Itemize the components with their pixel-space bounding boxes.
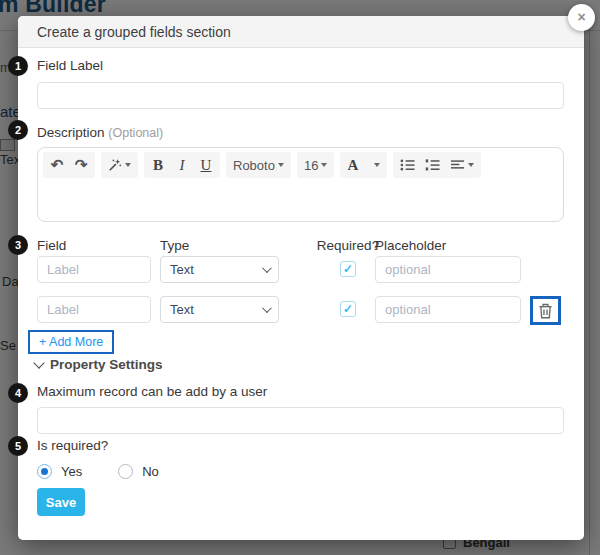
bold-icon[interactable]: B: [146, 153, 170, 177]
field-label-input-row1[interactable]: [37, 256, 151, 283]
step-badge-4: 4: [8, 383, 28, 403]
required-checkbox-row2[interactable]: ✓: [340, 301, 356, 317]
undo-icon[interactable]: ↶: [45, 153, 69, 177]
create-grouped-fields-modal: Create a grouped fields section × 1 2 3 …: [18, 16, 584, 540]
align-dropdown[interactable]: [445, 153, 479, 177]
max-record-input[interactable]: [37, 407, 564, 434]
trash-icon: [538, 303, 553, 319]
field-label-input[interactable]: [37, 82, 564, 109]
required-checkbox-row1[interactable]: ✓: [340, 261, 356, 277]
column-header-field: Field: [37, 238, 66, 253]
step-badge-2: 2: [8, 120, 28, 140]
is-required-label: Is required?: [37, 438, 108, 453]
field-label-input-row2[interactable]: [37, 296, 151, 323]
modal-header: Create a grouped fields section: [18, 16, 584, 48]
column-header-placeholder: Placeholder: [375, 238, 446, 253]
italic-icon[interactable]: I: [170, 153, 194, 177]
unordered-list-icon[interactable]: [395, 153, 420, 177]
magic-wand-icon[interactable]: [103, 153, 136, 177]
modal-title: Create a grouped fields section: [37, 24, 231, 40]
type-select-value: Text: [170, 302, 194, 317]
delete-row-button[interactable]: [530, 296, 561, 325]
chevron-down-icon: [33, 357, 44, 368]
underline-icon[interactable]: U: [194, 153, 218, 177]
step-badge-3: 3: [8, 235, 28, 255]
add-more-button[interactable]: + Add More: [28, 330, 114, 354]
ordered-list-icon[interactable]: [420, 153, 445, 177]
description-label: Description (Optional): [37, 125, 163, 140]
font-family-dropdown[interactable]: Roboto: [228, 153, 289, 177]
radio-option-no[interactable]: No: [118, 464, 159, 479]
column-header-type: Type: [160, 238, 189, 253]
save-button[interactable]: Save: [37, 488, 85, 516]
optional-hint: (Optional): [108, 126, 163, 140]
radio-no-icon[interactable]: [118, 464, 133, 479]
radio-yes-icon[interactable]: [37, 464, 52, 479]
font-size-dropdown[interactable]: 16: [299, 153, 332, 177]
is-required-options: Yes No: [37, 464, 159, 479]
type-select-row1[interactable]: Text: [160, 256, 279, 283]
field-label-label: Field Label: [37, 58, 103, 73]
chevron-down-icon: [262, 263, 272, 273]
description-editor-area[interactable]: [39, 182, 562, 220]
step-badge-1: 1: [8, 56, 28, 76]
max-record-label: Maximum record can be add by a user: [37, 384, 267, 399]
placeholder-input-row1[interactable]: [375, 256, 521, 283]
description-rich-text-editor: ↶ ↷ B I U Roboto 16 A: [37, 147, 564, 222]
editor-toolbar: ↶ ↷ B I U Roboto 16 A: [38, 148, 563, 182]
font-color-dropdown[interactable]: A: [342, 153, 385, 177]
type-select-row2[interactable]: Text: [160, 296, 279, 323]
placeholder-input-row2[interactable]: [375, 296, 521, 323]
property-settings-toggle[interactable]: Property Settings: [35, 357, 163, 372]
property-settings-label: Property Settings: [50, 357, 163, 372]
type-select-value: Text: [170, 262, 194, 277]
chevron-down-icon: [262, 303, 272, 313]
step-badge-5: 5: [8, 436, 28, 456]
redo-icon[interactable]: ↷: [69, 153, 93, 177]
radio-option-yes[interactable]: Yes: [37, 464, 82, 479]
close-icon[interactable]: ×: [568, 4, 595, 31]
